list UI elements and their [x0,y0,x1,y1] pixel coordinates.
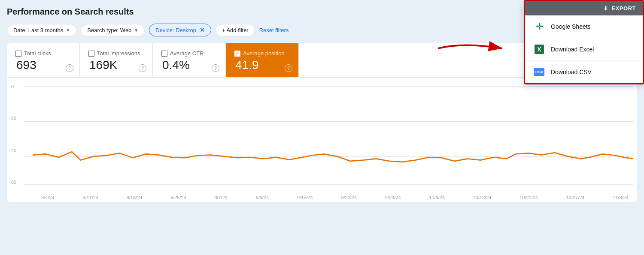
google-sheets-label: Google Sheets [551,23,591,30]
y-label-60: 60 [11,180,16,185]
average-position-label: Average position [243,50,285,57]
x-label-13: 11/3/24 [613,195,629,200]
x-label-5: 9/8/24 [256,195,269,200]
x-label-3: 8/25/24 [170,195,186,200]
date-filter-label: Date: Last 3 months [13,27,63,33]
x-label-9: 10/6/24 [429,195,445,200]
add-filter-label: + Add filter [222,27,249,33]
total-clicks-checkbox[interactable] [15,51,21,57]
total-clicks-value: 693 [16,58,71,72]
export-dropdown: ⬇ EXPORT ✛ Google Sheets X Download Exce… [524,0,644,84]
download-excel-option[interactable]: X Download Excel [525,38,643,61]
x-label-12: 10/27/24 [566,195,585,200]
average-position-checkbox[interactable] [234,51,240,57]
export-dropdown-header: ⬇ EXPORT [525,1,643,15]
search-type-label: Search type: Web [87,27,131,33]
total-clicks-header: Total clicks [15,50,71,57]
export-download-icon-header: ⬇ [603,5,608,12]
device-label: Device: Desktop [155,27,196,33]
google-sheets-icon: ✛ [534,21,545,32]
download-csv-option[interactable]: CSV Download CSV [525,61,643,83]
x-label-11: 10/20/24 [519,195,538,200]
download-csv-label: Download CSV [551,69,592,75]
red-arrow-indicator [438,38,515,61]
average-position-value: 41.9 [235,58,290,72]
export-dropdown-title: EXPORT [612,5,636,12]
average-ctr-card: Average CTR 0.4% ? [153,43,226,77]
x-label-7: 9/22/24 [341,195,357,200]
average-position-help[interactable]: ? [285,64,292,72]
chart-area: 0 20 40 60 8/4/24 8/11/24 [7,78,637,202]
average-ctr-help[interactable]: ? [212,64,219,72]
average-position-header: Average position [234,50,290,57]
total-impressions-label: Total impressions [97,50,140,57]
x-label-8: 9/29/24 [385,195,401,200]
average-ctr-value: 0.4% [162,58,217,72]
average-ctr-checkbox[interactable] [161,51,167,57]
total-clicks-label: Total clicks [24,50,51,57]
y-label-0: 0 [11,84,16,89]
x-label-1: 8/11/24 [82,195,98,200]
main-container: Performance on Search results Date: Last… [0,0,644,202]
total-clicks-help[interactable]: ? [66,64,73,72]
x-label-10: 10/13/24 [473,195,492,200]
total-impressions-value: 169K [89,58,144,72]
date-filter[interactable]: Date: Last 3 months ▼ [7,24,76,36]
chart-svg [24,82,633,189]
average-ctr-header: Average CTR [161,50,217,57]
google-sheets-option[interactable]: ✛ Google Sheets [525,15,643,38]
total-impressions-help[interactable]: ? [139,64,146,72]
device-filter-close[interactable]: ✕ [200,27,205,33]
download-excel-label: Download Excel [551,46,594,53]
average-position-card: Average position 41.9 ? [226,43,299,77]
x-label-6: 9/15/24 [297,195,313,200]
add-filter-button[interactable]: + Add filter [216,24,255,36]
total-impressions-card: Total impressions 169K ? [80,43,153,77]
x-label-4: 9/1/24 [214,195,228,200]
chart-line-average-position [33,152,633,162]
x-label-2: 8/18/24 [127,195,143,200]
reset-filters-label: Reset filters [259,27,289,33]
x-labels: 8/4/24 8/11/24 8/18/24 8/25/24 9/1/24 9/… [41,195,633,200]
total-clicks-card: Total clicks 693 ? [7,43,80,77]
search-type-filter[interactable]: Search type: Web ▼ [81,24,145,36]
device-filter[interactable]: Device: Desktop ✕ [149,24,211,36]
date-filter-arrow: ▼ [66,28,70,33]
total-impressions-checkbox[interactable] [88,51,94,57]
x-label-0: 8/4/24 [41,195,55,200]
csv-icon: CSV [534,66,545,78]
excel-icon: X [534,44,545,55]
average-ctr-label: Average CTR [170,50,204,57]
y-label-40: 40 [11,148,16,153]
search-type-arrow: ▼ [134,28,138,33]
reset-filters-button[interactable]: Reset filters [259,27,289,33]
y-label-20: 20 [11,116,16,121]
chart-y-labels: 0 20 40 60 [11,84,16,185]
total-impressions-header: Total impressions [88,50,144,57]
